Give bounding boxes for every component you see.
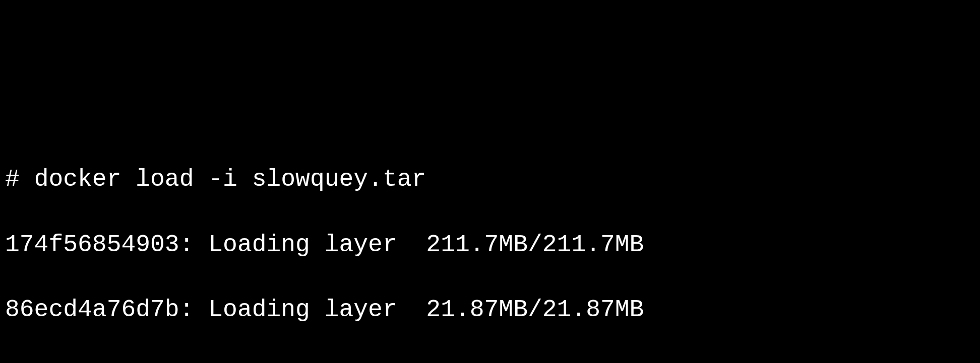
layer-hash: 86ecd4a76d7b <box>5 296 179 323</box>
layer-status: Loading layer <box>208 296 397 323</box>
prompt: # <box>5 166 20 193</box>
command-text: docker load -i slowquey.tar <box>34 166 426 193</box>
layer-status: Loading layer <box>208 231 397 258</box>
layer-line: 174f56854903: Loading layer 211.7MB/211.… <box>5 229 975 261</box>
layer-progress: 21.87MB/21.87MB <box>426 296 644 323</box>
layer-line: 86ecd4a76d7b: Loading layer 21.87MB/21.8… <box>5 294 975 326</box>
layer-hash: 174f56854903 <box>5 231 179 258</box>
layer-line: 34c3138adab1: Loading layer 28.46MB/28.4… <box>5 359 975 363</box>
layer-progress: 211.7MB/211.7MB <box>426 231 644 258</box>
command-line: # docker load -i slowquey.tar <box>5 163 975 196</box>
terminal-output[interactable]: # docker load -i slowquey.tar 174f568549… <box>0 130 980 363</box>
